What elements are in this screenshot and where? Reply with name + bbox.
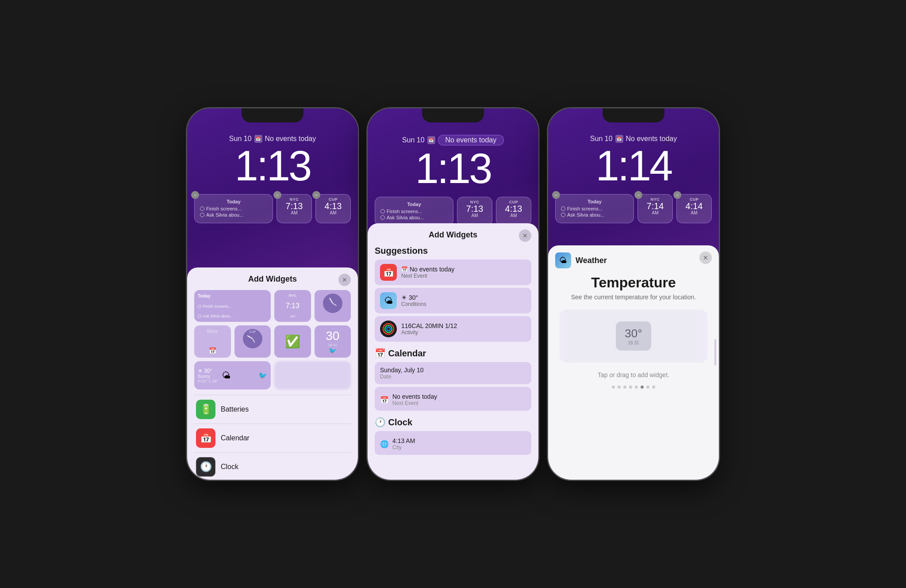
dot-3 xyxy=(623,386,626,389)
phone-2: Sun 10 📅 No events today 1:13 Today Fini… xyxy=(367,107,539,481)
scroll-indicator-3 xyxy=(714,339,716,366)
lock-time-3: 1:14 xyxy=(548,145,719,187)
lock-time-2: 1:13 xyxy=(368,147,538,190)
dot-6 xyxy=(641,386,644,389)
remove-btn-nyc-3[interactable]: − xyxy=(634,191,642,199)
calendar-date-item-2[interactable]: Sunday, July 10 Date xyxy=(375,362,531,384)
svg-point-2 xyxy=(387,327,390,331)
weather-temp-widget-3[interactable]: 30° 18 31 xyxy=(616,321,651,351)
lock-widgets-3: − Today Finish screens... Ask Silvia abo… xyxy=(548,194,719,223)
today-item-1-2: Ask Silvia abou... xyxy=(200,212,267,218)
remove-btn-cup-1[interactable]: − xyxy=(312,191,320,199)
cup-widget-2: CUP 4:13 AM xyxy=(496,197,531,226)
today-widget-3[interactable]: − Today Finish screens... Ask Silvia abo… xyxy=(555,194,634,223)
batteries-label-1: Batteries xyxy=(221,405,249,413)
remove-btn-cup-3[interactable]: − xyxy=(673,191,681,199)
app-item-batteries-1[interactable]: 🔋 Batteries xyxy=(194,395,351,424)
panel-close-2[interactable]: ✕ xyxy=(519,229,531,242)
lock-widgets-1: − Today Finish screens... Ask Silvia abo… xyxy=(187,194,358,223)
grid-number-1[interactable]: 30 18 31 🐦 xyxy=(315,325,351,358)
suggestions-header-2: Suggestions xyxy=(375,246,531,256)
weather-description-3: See the current temperature for your loc… xyxy=(555,294,712,301)
weather-app-icon-3: 🌤 xyxy=(555,252,571,268)
app-list-1: 🔋 Batteries 📅 Calendar 🕐 Clock xyxy=(194,395,351,480)
grid-blurred-1[interactable] xyxy=(274,361,351,389)
weather-panel-header-3: 🌤 Weather xyxy=(555,252,712,268)
lock-screen-3: Sun 10 📅 No events today 1:14 − Today Fi… xyxy=(548,108,719,480)
phones-container: Sun 10 📅 No events today 1:13 − Today Fi… xyxy=(177,99,729,489)
app-item-calendar-1[interactable]: 📅 Calendar xyxy=(194,424,351,452)
dot-4 xyxy=(629,386,632,389)
weather-tap-text-3: Tap or drag to add widget. xyxy=(555,371,712,378)
weather-panel-title-3: Weather xyxy=(576,256,607,265)
weather-preview-area-3: 30° 18 31 xyxy=(560,309,707,363)
grid-clock-1[interactable] xyxy=(315,290,351,322)
suggestion-events-2[interactable]: 📅 📅 No events today Next Event xyxy=(375,260,531,285)
clock-city-item-2[interactable]: 🌐 4:13 AM City xyxy=(375,431,531,455)
date-pill-2: No events today xyxy=(438,135,504,145)
weather-panel-3: 🌤 Weather ✕ Temperature See the current … xyxy=(548,245,719,480)
app-item-clock-1[interactable]: 🕐 Clock xyxy=(194,452,351,480)
remove-btn-nyc-1[interactable]: − xyxy=(273,191,281,199)
circle-icon-2 xyxy=(200,213,204,217)
grid-none-1[interactable]: None 📅 xyxy=(194,325,231,358)
batteries-icon-1: 🔋 xyxy=(196,400,215,419)
lock-screen-2: Sun 10 📅 No events today 1:13 Today Fini… xyxy=(368,108,538,480)
dot-2 xyxy=(618,386,621,389)
dot-5 xyxy=(635,386,638,389)
nyc-widget-2: NYC 7:13 AM xyxy=(457,197,492,226)
suggestion-activity-2[interactable]: 116CAL 20MIN 1/12 Activity xyxy=(375,316,531,342)
lock-widgets-2: Today Finish screens... Ask Silvia abou.… xyxy=(368,197,538,226)
weather-dots-3 xyxy=(555,386,712,389)
lock-screen-1: Sun 10 📅 No events today 1:13 − Today Fi… xyxy=(187,108,358,480)
weather-center: 30° 18 31 xyxy=(573,309,694,363)
calendar-icon-2: 📅 xyxy=(427,136,435,144)
panel-title-1: Add Widgets xyxy=(194,275,351,284)
left-fade xyxy=(560,309,573,363)
suggestion-weather-icon-2: 🌤 xyxy=(380,292,397,309)
suggestion-activity-icon-2 xyxy=(380,321,397,337)
cup-widget-3[interactable]: − CUP 4:14 AM xyxy=(676,194,712,223)
lock-time-1: 1:13 xyxy=(187,145,358,187)
today-widget-1[interactable]: − Today Finish screens... Ask Silvia abo… xyxy=(194,194,273,223)
remove-btn-today-1[interactable]: − xyxy=(191,191,199,199)
dot-1 xyxy=(612,386,615,389)
weather-panel-close-3[interactable]: ✕ xyxy=(699,252,712,264)
clock-label-1: Clock xyxy=(221,463,238,471)
nyc-widget-3[interactable]: − NYC 7:14 AM xyxy=(637,194,673,223)
panel-title-2: Add Widgets xyxy=(375,230,531,240)
grid-cup-1[interactable]: CUP xyxy=(234,325,271,358)
add-widgets-panel-1: Add Widgets ✕ Today Finish screens... As… xyxy=(187,267,358,480)
suggestion-weather-2[interactable]: 🌤 ☀ 30° Conditions xyxy=(375,288,531,313)
nyc-widget-1[interactable]: − NYC 7:13 AM xyxy=(276,194,312,223)
dot-7 xyxy=(646,386,649,389)
circle-icon-1 xyxy=(200,206,204,211)
calendar-section-header-2: 📅 Calendar xyxy=(375,348,531,359)
grid-weather-1[interactable]: ☀ 30° Sunny H:31° L:18° 🌤 🐦 xyxy=(194,361,271,389)
calendar-label-1: Calendar xyxy=(221,434,250,442)
date-row-2: Sun 10 📅 No events today xyxy=(368,135,538,145)
clock-app-icon-1: 🕐 xyxy=(196,457,215,477)
weather-widget-title-3: Temperature xyxy=(555,275,712,291)
grid-nyc-1[interactable]: NYC 7:13 AM xyxy=(274,290,311,322)
widget-grid-1: Today Finish screens... Ask Silvia abou.… xyxy=(194,290,351,389)
remove-btn-today-3[interactable]: − xyxy=(552,191,560,199)
phone-1: Sun 10 📅 No events today 1:13 − Today Fi… xyxy=(186,107,359,481)
calendar-app-icon-1: 📅 xyxy=(196,428,215,448)
dot-8 xyxy=(652,386,655,389)
calendar-events-item-2[interactable]: 📅 No events today Next Event xyxy=(375,387,531,411)
events-text-2: No events today xyxy=(445,136,497,144)
right-fade xyxy=(694,309,707,363)
panel-close-1[interactable]: ✕ xyxy=(338,274,351,286)
cup-widget-1[interactable]: − CUP 4:13 AM xyxy=(315,194,351,223)
today-widget-2: Today Finish screens... Ask Silvia abou.… xyxy=(375,197,453,226)
svg-point-1 xyxy=(385,325,392,332)
lock-top-info-1: Sun 10 📅 No events today 1:13 − Today Fi… xyxy=(187,108,358,223)
phone-3: Sun 10 📅 No events today 1:14 − Today Fi… xyxy=(547,107,720,481)
grid-check-1[interactable]: ✅ xyxy=(274,325,311,358)
grid-today-1[interactable]: Today Finish screens... Ask Silvia abou.… xyxy=(194,290,271,322)
suggestion-calendar-icon-2: 📅 xyxy=(380,264,397,281)
clock-section-header-2: 🕐 Clock xyxy=(375,417,531,428)
lock-top-info-2: Sun 10 📅 No events today 1:13 Today Fini… xyxy=(368,108,538,226)
today-title-1: Today xyxy=(200,199,267,204)
